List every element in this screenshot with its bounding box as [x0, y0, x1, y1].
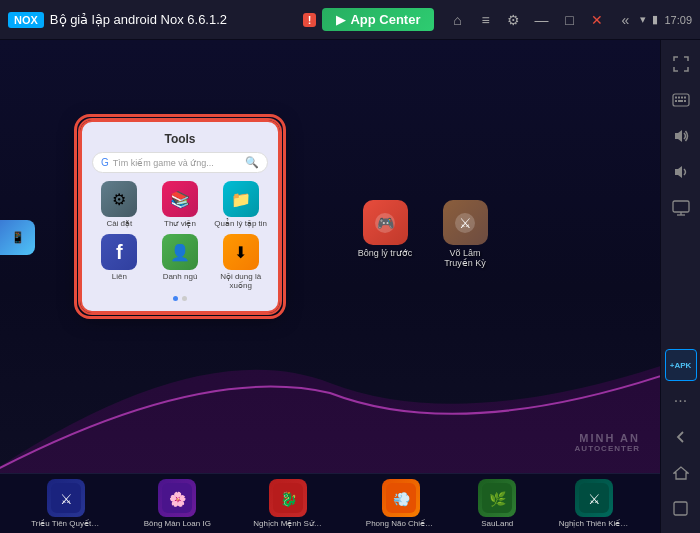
back-button[interactable] — [665, 421, 697, 453]
app1-label: Triều Tiên Quyết VTC — [31, 519, 101, 528]
app6-icon: ⚔ — [575, 479, 613, 517]
taskbar-app-1[interactable]: ⚔ Triều Tiên Quyết VTC — [31, 479, 101, 528]
title-text: Bộ giả lập android Nox 6.6.1.2 — [50, 12, 297, 27]
svg-rect-23 — [684, 100, 686, 102]
desktop-icon-bongly[interactable]: 🎮 Bông lý trước — [355, 200, 415, 258]
volume-up-button[interactable] — [665, 120, 697, 152]
search-icon: 🔍 — [245, 156, 259, 169]
status-info: ▾ ▮ 17:09 — [640, 13, 692, 26]
caidat-label: Cài đặt — [106, 219, 132, 228]
app4-icon: 💨 — [382, 479, 420, 517]
maximize-button[interactable]: □ — [560, 12, 578, 28]
clock: 17:09 — [664, 14, 692, 26]
emulator-container: 📱 Tools G Tìm kiếm game và ứng... 🔍 ⚙ Cà… — [0, 40, 700, 533]
dot-2 — [182, 296, 187, 301]
title-bar-actions: ⌂ ≡ ⚙ — □ ✕ « — [448, 12, 634, 28]
taskbar-app-4[interactable]: 💨 Phong Não Chiến VTC — [366, 479, 436, 528]
watermark-line2: AUTOCENTER — [575, 444, 640, 453]
tool-thuvien[interactable]: 📚 Thư viện — [153, 181, 208, 228]
tools-pagination — [92, 296, 268, 301]
svg-rect-18 — [678, 97, 680, 99]
taskbar-app-3[interactable]: 🐉 Nghịch Mệnh Sứ GohaGame — [253, 479, 323, 528]
tool-lien[interactable]: f Liên — [92, 234, 147, 290]
lien-icon: f — [101, 234, 137, 270]
curve-decoration — [0, 353, 660, 473]
app5-label: SauLand — [481, 519, 513, 528]
caidat-icon: ⚙ — [101, 181, 137, 217]
watermark-line1: MINH AN — [575, 432, 640, 444]
left-app-icon: 📱 — [11, 231, 25, 244]
svg-text:🌸: 🌸 — [169, 491, 187, 508]
lien-label: Liên — [112, 272, 127, 281]
bongly-icon: 🎮 — [363, 200, 408, 245]
minimize-button[interactable]: — — [532, 12, 550, 28]
more-icon: ··· — [674, 392, 687, 410]
taskbar-app-2[interactable]: 🌸 Bông Màn Loan IG — [144, 479, 211, 528]
dot-1 — [173, 296, 178, 301]
danhngu-label: Danh ngú — [163, 272, 198, 281]
tools-grid: ⚙ Cài đặt 📚 Thư viện 📁 Quản lý tập tin f… — [92, 181, 268, 290]
svg-rect-17 — [675, 97, 677, 99]
screen-button[interactable] — [665, 192, 697, 224]
settings-button[interactable]: ⚙ — [504, 12, 522, 28]
app1-icon: ⚔ — [47, 479, 85, 517]
svg-text:🐉: 🐉 — [280, 491, 298, 508]
svg-text:⚔: ⚔ — [459, 215, 472, 231]
svg-text:⚔: ⚔ — [587, 491, 600, 507]
right-sidebar: +APK ··· — [660, 40, 700, 533]
svg-rect-30 — [674, 502, 687, 515]
menu-button[interactable]: ≡ — [476, 12, 494, 28]
noidung-label: Nội dung là xuống — [213, 272, 268, 290]
home-button[interactable]: ⌂ — [448, 12, 466, 28]
more-button[interactable]: ··· — [665, 385, 697, 417]
bongly-label: Bông lý trước — [358, 248, 413, 258]
svg-rect-26 — [673, 201, 689, 212]
android-taskbar: ⚔ Triều Tiên Quyết VTC 🌸 Bông Màn Loan I… — [0, 473, 660, 533]
tools-search-placeholder: Tìm kiếm game và ứng... — [113, 158, 241, 168]
app4-label: Phong Não Chiến VTC — [366, 519, 436, 528]
desktop-icon-volam[interactable]: ⚔ Võ Lâm Truyền Kỳ — [435, 200, 495, 268]
tool-quanly[interactable]: 📁 Quản lý tập tin — [213, 181, 268, 228]
quanly-icon: 📁 — [223, 181, 259, 217]
app2-label: Bông Màn Loan IG — [144, 519, 211, 528]
tool-noidung[interactable]: ⬇ Nội dung là xuống — [213, 234, 268, 290]
fullscreen-button[interactable] — [665, 48, 697, 80]
apk-label: +APK — [670, 361, 692, 370]
svg-marker-29 — [674, 467, 688, 479]
android-screen[interactable]: 📱 Tools G Tìm kiếm game và ứng... 🔍 ⚙ Cà… — [0, 40, 660, 533]
app3-label: Nghịch Mệnh Sứ GohaGame — [253, 519, 323, 528]
taskbar-app-6[interactable]: ⚔ Nghịch Thiên Kiếm Thế — [559, 479, 629, 528]
tools-search[interactable]: G Tìm kiếm game và ứng... 🔍 — [92, 152, 268, 173]
svg-text:🎮: 🎮 — [377, 215, 395, 232]
home-button[interactable] — [665, 457, 697, 489]
app6-label: Nghịch Thiên Kiếm Thế — [559, 519, 629, 528]
volume-down-button[interactable] — [665, 156, 697, 188]
svg-rect-22 — [678, 100, 683, 102]
svg-rect-21 — [675, 100, 677, 102]
nox-logo: NOX — [8, 12, 44, 28]
app5-icon: 🌿 — [478, 479, 516, 517]
wifi-icon: ▾ — [640, 13, 646, 26]
danhngu-icon: 👤 — [162, 234, 198, 270]
warning-badge: ! — [303, 13, 317, 27]
svg-text:💨: 💨 — [392, 491, 410, 508]
left-app-button[interactable]: 📱 — [0, 220, 35, 255]
close-button[interactable]: ✕ — [588, 12, 606, 28]
thuvien-icon: 📚 — [162, 181, 198, 217]
thuvien-label: Thư viện — [164, 219, 196, 228]
multiwindow-button[interactable] — [665, 493, 697, 525]
app2-icon: 🌸 — [158, 479, 196, 517]
google-icon: G — [101, 157, 109, 168]
noidung-icon: ⬇ — [223, 234, 259, 270]
app-center-button[interactable]: ▶ App Center — [322, 8, 434, 31]
tools-title: Tools — [92, 132, 268, 146]
svg-marker-24 — [675, 130, 682, 142]
taskbar-app-5[interactable]: 🌿 SauLand — [478, 479, 516, 528]
back-double-button[interactable]: « — [616, 12, 634, 28]
apk-button[interactable]: +APK — [665, 349, 697, 381]
keyboard-button[interactable] — [665, 84, 697, 116]
tool-caidat[interactable]: ⚙ Cài đặt — [92, 181, 147, 228]
tool-danhngu[interactable]: 👤 Danh ngú — [153, 234, 208, 290]
tools-popup: Tools G Tìm kiếm game và ứng... 🔍 ⚙ Cài … — [80, 120, 280, 313]
title-bar: NOX Bộ giả lập android Nox 6.6.1.2 ! ▶ A… — [0, 0, 700, 40]
